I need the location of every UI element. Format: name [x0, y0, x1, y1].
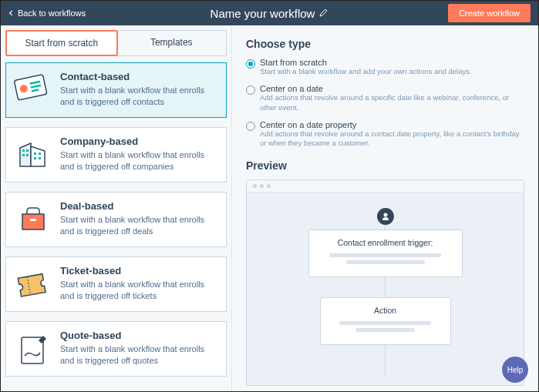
card-desc: Start with a blank workflow that enrolls… — [60, 149, 218, 173]
connector-line — [385, 345, 386, 376]
card-quote-based[interactable]: Quote-based Start with a blank workflow … — [5, 321, 227, 377]
svg-rect-12 — [39, 157, 41, 159]
choose-type-heading: Choose type — [246, 38, 524, 50]
card-title: Quote-based — [60, 330, 218, 341]
radio-icon — [246, 59, 255, 69]
action-node[interactable]: Action — [320, 297, 451, 345]
help-button[interactable]: Help — [502, 357, 528, 383]
svg-rect-5 — [22, 149, 25, 152]
ticket-icon — [14, 265, 52, 303]
preview-canvas: Contact enrollment trigger: Action — [247, 193, 524, 376]
page-title: Name your workflow — [211, 7, 315, 20]
card-desc: Start with a blank workflow that enrolls… — [60, 279, 218, 302]
user-icon — [377, 208, 394, 225]
page-title-wrap: Name your workflow — [211, 6, 329, 20]
node-title: Action — [332, 306, 440, 315]
card-list: Contact-based Start with a blank workflo… — [1, 62, 231, 391]
option-center-on-date-property[interactable]: Center on a date property Add actions th… — [246, 120, 524, 149]
svg-rect-7 — [22, 154, 25, 156]
preview-box: Contact enrollment trigger: Action — [246, 179, 524, 386]
enrollment-trigger-node[interactable]: Contact enrollment trigger: — [308, 230, 463, 277]
connector-line — [385, 225, 386, 230]
back-link[interactable]: Back to workflows — [8, 8, 86, 18]
create-workflow-button[interactable]: Create workflow — [448, 4, 531, 22]
svg-rect-8 — [26, 154, 29, 156]
radio-icon — [246, 122, 255, 131]
option-title: Center on a date property — [260, 120, 524, 129]
svg-rect-13 — [30, 219, 36, 221]
svg-rect-11 — [34, 157, 36, 159]
option-start-from-scratch[interactable]: Start from scratch Start with a blank wo… — [246, 58, 524, 76]
option-center-on-date[interactable]: Center on a date Add actions that revolv… — [246, 84, 524, 112]
browser-dots — [247, 180, 524, 193]
radio-icon — [246, 85, 255, 95]
card-contact-based[interactable]: Contact-based Start with a blank workflo… — [5, 62, 227, 118]
preview-heading: Preview — [246, 159, 524, 172]
card-company-based[interactable]: Company-based Start with a blank workflo… — [5, 127, 227, 183]
quote-icon — [14, 330, 52, 368]
company-icon — [14, 136, 52, 174]
chevron-left-icon — [8, 8, 15, 18]
card-ticket-based[interactable]: Ticket-based Start with a blank workflow… — [5, 256, 227, 312]
tabs: Start from scratch Templates — [5, 30, 227, 56]
card-desc: Start with a blank workflow that enrolls… — [60, 214, 218, 237]
left-column: Start from scratch Templates — [1, 25, 232, 391]
option-desc: Add actions that revolve around a specif… — [260, 93, 524, 112]
option-title: Start from scratch — [260, 58, 472, 67]
tab-templates[interactable]: Templates — [117, 31, 227, 55]
svg-rect-9 — [34, 152, 36, 155]
card-desc: Start with a blank workflow that enrolls… — [60, 343, 218, 367]
svg-rect-10 — [39, 152, 41, 155]
deal-icon — [14, 200, 52, 239]
tab-start-from-scratch[interactable]: Start from scratch — [5, 30, 118, 56]
option-desc: Add actions that revolve around a contac… — [260, 129, 524, 149]
card-desc: Start with a blank workflow that enrolls… — [60, 85, 218, 108]
right-column: Choose type Start from scratch Start wit… — [232, 25, 538, 391]
card-title: Contact-based — [60, 71, 218, 82]
topbar: Back to workflows Name your workflow Cre… — [1, 1, 538, 25]
main: Start from scratch Templates — [1, 25, 538, 391]
card-title: Deal-based — [60, 200, 218, 212]
card-title: Company-based — [60, 136, 218, 147]
edit-title-icon[interactable] — [319, 6, 328, 20]
connector-line — [385, 277, 386, 297]
svg-rect-0 — [14, 75, 47, 100]
type-options: Start from scratch Start with a blank wo… — [246, 58, 524, 149]
svg-rect-6 — [26, 149, 29, 152]
option-title: Center on a date — [260, 84, 524, 93]
node-title: Contact enrollment trigger: — [320, 238, 451, 247]
card-deal-based[interactable]: Deal-based Start with a blank workflow t… — [5, 192, 227, 247]
svg-point-16 — [383, 213, 387, 216]
option-desc: Start with a blank workflow and add your… — [260, 67, 472, 76]
card-title: Ticket-based — [60, 265, 218, 276]
back-label: Back to workflows — [18, 8, 86, 18]
contact-icon — [14, 71, 52, 109]
